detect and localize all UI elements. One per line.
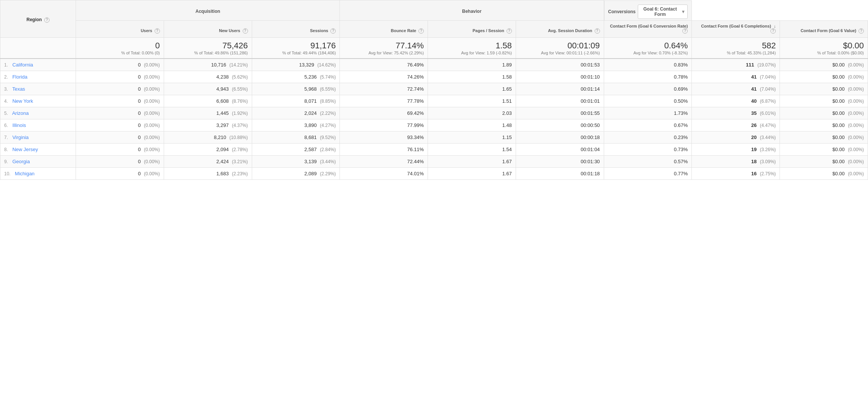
bounce-rate-cell-9: 74.01% [340, 167, 428, 179]
pages-session-value: 1.48 [502, 122, 512, 128]
contact-val-value: $0.00 [832, 147, 845, 152]
bounce-rate-value: 77.99% [407, 122, 424, 128]
sessions-value: 2,089 [304, 171, 317, 176]
row-number: 6. [4, 123, 8, 128]
new-users-help-icon[interactable]: ? [243, 28, 248, 34]
users-value: 0 [138, 86, 141, 92]
bounce-rate-col-header[interactable]: Bounce Rate ? [340, 20, 428, 37]
table-row: 5. Arizona 0 (0.00%) 1,445 (1.92%) 2,024… [0, 107, 868, 119]
sessions-col-header[interactable]: Sessions ? [252, 20, 340, 37]
contact-rate-col-header[interactable]: Contact Form (Goal 6 Conversion Rate) ? [604, 20, 692, 37]
contact-rate-value: 0.67% [674, 122, 688, 128]
bounce-rate-cell-5: 77.99% [340, 119, 428, 131]
region-link[interactable]: Virginia [12, 134, 29, 140]
bounce-rate-help-icon[interactable]: ? [418, 28, 424, 34]
region-link[interactable]: Georgia [12, 159, 30, 164]
contact-rate-value: 0.83% [674, 62, 688, 68]
contact-comp-pct: (7.04%) [760, 74, 776, 80]
bounce-rate-value: 93.34% [407, 134, 424, 140]
sessions-pct: (4.27%) [320, 123, 336, 128]
pages-session-help-icon[interactable]: ? [507, 28, 512, 34]
new-users-value: 4,943 [216, 86, 229, 92]
contact-val-cell-4: $0.00 (0.00%) [780, 107, 868, 119]
contact-rate-help-icon[interactable]: ? [682, 28, 688, 34]
row-number: 5. [4, 111, 8, 116]
dropdown-arrow-icon: ▾ [682, 9, 684, 14]
contact-rate-cell-0: 0.83% [604, 59, 692, 71]
region-link[interactable]: Michigan [15, 171, 34, 176]
totals-contactval-value: $0.00 [784, 41, 864, 51]
contact-val-value: $0.00 [832, 98, 845, 104]
row-number: 2. [4, 74, 8, 80]
new-users-cell-8: 2,424 (3.21%) [164, 155, 252, 167]
region-help-icon[interactable]: ? [44, 17, 50, 23]
new-users-value: 2,094 [216, 147, 229, 152]
pages-session-value: 1.51 [502, 98, 512, 104]
pages-session-cell-6: 1.15 [428, 131, 516, 143]
totals-newusers-cell: 75,426 % of Total: 49.86% (151,286) [164, 37, 252, 59]
region-link[interactable]: Illinois [12, 122, 26, 128]
avg-session-cell-9: 00:01:18 [516, 167, 604, 179]
contact-val-value: $0.00 [832, 171, 845, 176]
sessions-value: 8,681 [304, 134, 317, 140]
sessions-value: 3,890 [304, 122, 317, 128]
region-cell-9: 10. Michigan [0, 167, 76, 179]
contact-comp-value: 16 [751, 171, 756, 176]
totals-bouncerate-sub: Avg for View: 75.42% (2.29%) [344, 51, 424, 55]
contact-val-pct: (0.00%) [848, 87, 864, 92]
totals-users-cell: 0 % of Total: 0.00% (0) [76, 37, 164, 59]
goal-dropdown[interactable]: Goal 6: Contact Form ▾ [638, 5, 688, 19]
contact-comp-cell-5: 26 (4.47%) [692, 119, 780, 131]
new-users-value: 2,424 [216, 159, 229, 164]
contact-val-help-icon[interactable]: ? [859, 28, 864, 34]
contact-val-col-header[interactable]: Contact Form (Goal 6 Value) ? [780, 20, 868, 37]
users-pct: (0.00%) [144, 99, 160, 104]
table-row: 1. California 0 (0.00%) 10,716 (14.21%) … [0, 59, 868, 71]
region-link[interactable]: New Jersey [12, 147, 38, 152]
totals-pages-sub: Avg for View: 1.59 (-0.82%) [432, 51, 512, 55]
region-link[interactable]: California [12, 62, 33, 68]
sessions-pct: (14.62%) [318, 62, 336, 68]
contact-val-cell-2: $0.00 (0.00%) [780, 83, 868, 95]
region-link[interactable]: Arizona [12, 110, 29, 116]
avg-session-cell-8: 00:01:30 [516, 155, 604, 167]
avg-session-help-icon[interactable]: ? [595, 28, 600, 34]
contact-comp-cell-6: 20 (3.44%) [692, 131, 780, 143]
avg-session-cell-3: 00:01:01 [516, 95, 604, 107]
contact-rate-value: 1.73% [674, 110, 688, 116]
region-cell-0: 1. California [0, 59, 76, 71]
bounce-rate-value: 74.01% [407, 171, 424, 176]
sessions-pct: (8.85%) [320, 99, 336, 104]
sessions-cell-9: 2,089 (2.29%) [252, 167, 340, 179]
contact-comp-cell-2: 41 (7.04%) [692, 83, 780, 95]
sessions-cell-3: 8,071 (8.85%) [252, 95, 340, 107]
contact-comp-pct: (3.26%) [760, 147, 776, 152]
new-users-pct: (5.62%) [232, 74, 248, 80]
users-col-header[interactable]: Users ? [76, 20, 164, 37]
sessions-cell-6: 8,681 (9.52%) [252, 131, 340, 143]
sessions-pct: (2.22%) [320, 111, 336, 116]
contact-comp-help-icon[interactable]: ? [770, 28, 776, 34]
pages-session-col-header[interactable]: Pages / Session ? [428, 20, 516, 37]
contact-val-pct: (0.00%) [848, 123, 864, 128]
sessions-pct: (6.55%) [320, 87, 336, 92]
region-link[interactable]: Texas [12, 86, 25, 92]
avg-session-cell-6: 00:00:18 [516, 131, 604, 143]
totals-pages-cell: 1.58 Avg for View: 1.59 (-0.82%) [428, 37, 516, 59]
avg-session-col-header[interactable]: Avg. Session Duration ? [516, 20, 604, 37]
sessions-value: 8,071 [304, 98, 317, 104]
sessions-value: 13,329 [299, 62, 314, 68]
row-number: 9. [4, 159, 8, 164]
sessions-help-icon[interactable]: ? [330, 28, 336, 34]
table-row: 4. New York 0 (0.00%) 6,608 (8.76%) 8,07… [0, 95, 868, 107]
region-link[interactable]: New York [12, 98, 33, 104]
totals-newusers-value: 75,426 [168, 41, 248, 51]
contact-val-cell-3: $0.00 (0.00%) [780, 95, 868, 107]
new-users-col-header[interactable]: New Users ? [164, 20, 252, 37]
new-users-value: 10,716 [211, 62, 226, 68]
contact-comp-col-header[interactable]: Contact Form (Goal 6 Completions) ↓ ? [692, 20, 780, 37]
contact-comp-value: 40 [751, 98, 756, 104]
users-help-icon[interactable]: ? [155, 28, 160, 34]
region-cell-5: 6. Illinois [0, 119, 76, 131]
region-link[interactable]: Florida [12, 74, 28, 80]
